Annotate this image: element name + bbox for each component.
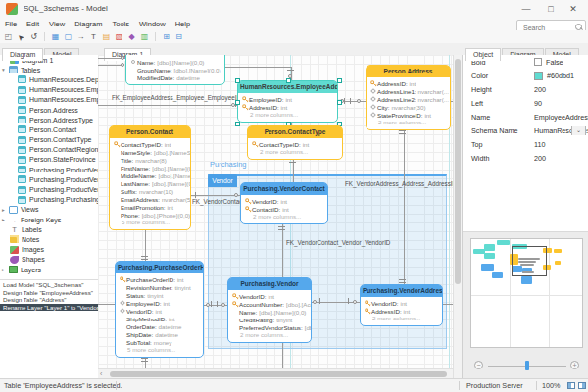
close-button[interactable]: ✕ [563, 0, 584, 18]
sidebar-item-humanresources-emplo[interactable]: HumanResources.Emplo... [0, 95, 98, 105]
property-value[interactable]: False [534, 58, 588, 67]
menu-file[interactable]: File [0, 20, 22, 28]
sidebar-item-person-address[interactable]: Person.Address [0, 105, 98, 115]
diagram-canvas[interactable]: Purchasing Vendor Name:[dbo].[Name](0,0)… [98, 55, 453, 368]
connector-line[interactable] [293, 157, 294, 182]
connector-line[interactable] [282, 340, 283, 368]
sidebar-item-person-addresstype[interactable]: Person.AddressType [0, 115, 98, 124]
layer-name-tab[interactable]: Vendor [208, 174, 237, 187]
table-person-contact[interactable]: Person.ContactContactTypeID:intNameStyle… [109, 125, 191, 230]
chevron-right-icon[interactable]: ▸ [2, 207, 9, 213]
table-employee-address[interactable]: HumanResources.EmployeeAddressEmployeeID… [237, 80, 338, 122]
selection-handle[interactable] [235, 78, 240, 83]
sidebar-item-person-contactregion[interactable]: Person.ContactRegion [0, 145, 98, 155]
sidebar-item-purchasing-productven[interactable]: Purchasing.ProductVen... [0, 174, 98, 184]
menu-help[interactable]: Help [171, 20, 195, 28]
selection-handle[interactable] [337, 78, 342, 83]
connector-line[interactable] [191, 195, 240, 196]
chevron-down-icon[interactable]: ▾ [2, 67, 9, 73]
zoom-slider-thumb[interactable] [525, 361, 529, 370]
new-table-icon[interactable]: ▦ [49, 31, 62, 43]
sidebar-item-views[interactable]: ▸Views [0, 205, 98, 215]
fk-label-fk-employeeaddress-employee-employeeid[interactable]: FK_EmployeeAddress_Employee_EmployeeID [112, 94, 241, 101]
zoom-out-button[interactable]: − [474, 361, 483, 369]
table-person-contacttype[interactable]: Person.ContactTypeContactTypeID:int2 mor… [247, 125, 343, 160]
menu-tools[interactable]: Tools [108, 20, 135, 28]
dropdown-icon[interactable]: ⌄ [571, 126, 586, 135]
new-view-icon[interactable]: ▢ [62, 31, 74, 43]
vertical-scrollbar[interactable] [453, 55, 462, 378]
zoom-level-label[interactable]: 100% [542, 379, 560, 392]
server-type-label[interactable]: Production Server [466, 379, 523, 392]
sidebar-item-purchasing-productven[interactable]: Purchasing.ProductVen... [0, 184, 98, 194]
property-value[interactable]: EmployeeAddress [534, 113, 588, 122]
menu-edit[interactable]: Edit [22, 20, 44, 28]
table-vendor-contact[interactable]: Purchasing.VendorContactVendorID:intCont… [240, 182, 328, 224]
toggle-left-panel-icon[interactable] [567, 382, 575, 389]
property-value[interactable]: 110 [534, 140, 588, 149]
selection-handle[interactable] [235, 122, 240, 126]
fk-label-fk-vendorcontact[interactable]: FK_VendorContact [192, 198, 244, 205]
maximize-button[interactable]: □ [540, 0, 562, 18]
new-layer-icon[interactable]: ▥ [138, 31, 151, 43]
history-entry[interactable]: Rename Layer "Layer 1" to "Vendor" [0, 304, 98, 312]
diagram-minimap[interactable] [470, 238, 583, 348]
sidebar-item-person-stateprovince[interactable]: Person.StateProvince [0, 155, 98, 165]
table-person-address[interactable]: Person.AddressAddressID:intAddressLine1:… [366, 65, 451, 130]
sidebar-item-shapes[interactable]: Shapes [0, 255, 98, 265]
vertical-scrollbar-thumb[interactable] [455, 59, 461, 284]
new-note-icon[interactable]: ▤ [100, 31, 113, 43]
sidebar-item-images[interactable]: Images [0, 245, 98, 255]
connector-line[interactable] [443, 304, 453, 305]
menu-window[interactable]: Window [134, 20, 171, 28]
table-vendor[interactable]: Purchasing.VendorVendorID:intAccountNumb… [227, 277, 312, 343]
property-value[interactable]: 200 [534, 154, 588, 163]
zoom-in-button[interactable]: + [570, 361, 579, 369]
history-entry[interactable]: Load Model "SQL_3schemas" [0, 281, 98, 289]
fk-label-fk-vendorcontact-vendor-vendorid[interactable]: FK_VendorContact_Vendor_VendorID [286, 239, 390, 246]
sidebar-item-humanresources-depar[interactable]: HumanResources.Depar... [0, 74, 98, 84]
auto-layout-icon[interactable]: ⊞ [160, 31, 172, 43]
sidebar-item-person-contacttype[interactable]: Person.ContactType [0, 135, 98, 145]
tab-object[interactable]: Object [466, 48, 501, 61]
chevron-right-icon[interactable]: ▸ [2, 267, 9, 272]
convert-model-icon[interactable]: ⊟ [172, 31, 185, 43]
checkbox[interactable] [534, 58, 542, 66]
property-value[interactable]: HumanResources⌄ [534, 126, 588, 135]
sidebar-item-tables[interactable]: ▾Tables [0, 65, 98, 74]
sidebar-item-purchasing-purchasing[interactable]: Purchasing.Purchasing... [0, 195, 98, 205]
tab-diagram[interactable]: Diagram [2, 48, 43, 61]
table-department-partial[interactable]: Name:[dbo].[Name](0,0)GroupName:[dbo].[N… [125, 55, 225, 85]
new-foreign-key-icon[interactable]: → [74, 31, 87, 43]
sidebar-item-humanresources-emplo[interactable]: HumanResources.Emplo... [0, 85, 98, 95]
connector-line[interactable] [98, 304, 115, 305]
sidebar-item-foreign-keys[interactable]: ▸→Foreign Keys [0, 215, 98, 224]
new-shape-icon[interactable]: ◆ [125, 31, 138, 43]
fk-label-fk-vendoraddress-address-addressid[interactable]: FK_VendorAddress_Address_AddressID [345, 180, 453, 187]
toggle-right-panel-icon[interactable] [578, 382, 586, 389]
new-image-icon[interactable]: ▧ [113, 31, 125, 43]
sidebar-item-labels[interactable]: TLabels [0, 224, 98, 234]
sidebar-item-purchasing-productven[interactable]: Purchasing.ProductVen... [0, 165, 98, 174]
selection-handle[interactable] [235, 100, 240, 105]
horizontal-scrollbar-thumb[interactable] [110, 371, 447, 377]
minimize-button[interactable]: — [515, 0, 537, 18]
sidebar-item-notes[interactable]: Notes [0, 234, 98, 244]
menu-view[interactable]: View [44, 20, 70, 28]
connector-line[interactable] [451, 101, 453, 102]
selection-handle[interactable] [337, 100, 342, 105]
property-value[interactable]: #60dbd1 [534, 72, 588, 80]
connector-line[interactable] [225, 67, 291, 68]
horizontal-scrollbar[interactable]: ‹ [98, 368, 453, 378]
table-vendor-address[interactable]: Purchasing.VendorAddressVendorID:intAddr… [360, 284, 443, 326]
minimap-viewport[interactable] [512, 246, 547, 276]
color-swatch[interactable] [534, 72, 543, 80]
connector-line[interactable] [98, 105, 237, 106]
history-entry[interactable]: Design Table "EmployeeAddress" [0, 289, 98, 297]
property-value[interactable]: 200 [534, 85, 588, 94]
sidebar-item-person-contact[interactable]: Person.Contact [0, 124, 98, 134]
connector-line[interactable] [404, 127, 405, 284]
chevron-right-icon[interactable]: ▸ [2, 217, 9, 222]
scroll-left-icon[interactable]: ‹ [100, 369, 102, 378]
menu-diagram[interactable]: Diagram [70, 20, 107, 28]
